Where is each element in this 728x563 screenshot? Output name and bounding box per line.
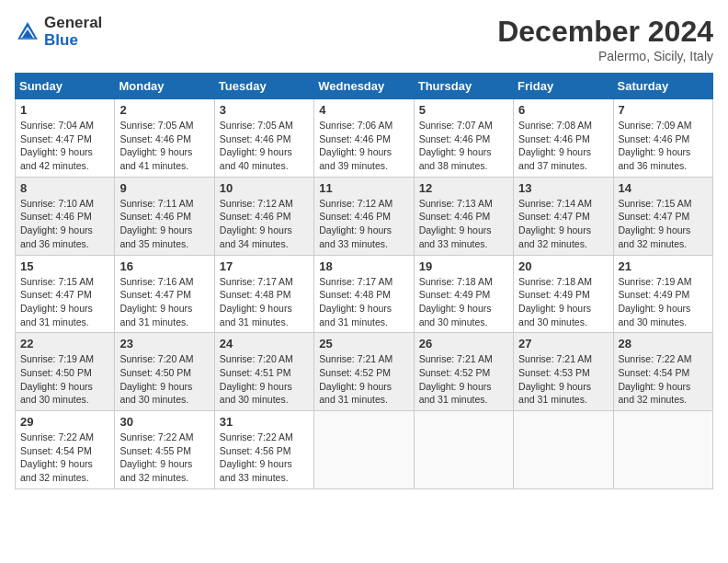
day-header-saturday: Saturday [613, 74, 712, 99]
calendar-cell: 4 Sunrise: 7:06 AMSunset: 4:46 PMDayligh… [314, 99, 414, 178]
day-detail: Sunrise: 7:09 AMSunset: 4:46 PMDaylight:… [619, 120, 692, 171]
day-detail: Sunrise: 7:18 AMSunset: 4:49 PMDaylight:… [419, 276, 493, 327]
day-detail: Sunrise: 7:11 AMSunset: 4:46 PMDaylight:… [119, 198, 193, 249]
calendar-cell: 1 Sunrise: 7:04 AMSunset: 4:47 PMDayligh… [16, 99, 115, 178]
day-detail: Sunrise: 7:19 AMSunset: 4:49 PMDaylight:… [619, 276, 692, 327]
day-number: 20 [518, 259, 608, 273]
day-detail: Sunrise: 7:18 AMSunset: 4:49 PMDaylight:… [518, 276, 592, 327]
day-detail: Sunrise: 7:13 AMSunset: 4:46 PMDaylight:… [419, 198, 493, 249]
day-detail: Sunrise: 7:22 AMSunset: 4:55 PMDaylight:… [119, 431, 193, 483]
calendar-cell: 31 Sunrise: 7:22 AMSunset: 4:56 PMDaylig… [214, 411, 313, 489]
day-detail: Sunrise: 7:15 AMSunset: 4:47 PMDaylight:… [20, 276, 94, 327]
calendar-cell [314, 411, 414, 489]
day-detail: Sunrise: 7:07 AMSunset: 4:46 PMDaylight:… [419, 120, 493, 171]
day-detail: Sunrise: 7:20 AMSunset: 4:51 PMDaylight:… [220, 353, 293, 405]
day-number: 18 [319, 259, 408, 273]
calendar-cell: 19 Sunrise: 7:18 AMSunset: 4:49 PMDaylig… [414, 255, 513, 333]
logo-icon [15, 19, 40, 45]
day-number: 28 [619, 337, 708, 350]
day-number: 25 [319, 337, 408, 350]
day-number: 9 [119, 181, 209, 195]
calendar-cell: 27 Sunrise: 7:21 AMSunset: 4:53 PMDaylig… [514, 333, 613, 411]
day-number: 5 [419, 103, 508, 117]
day-detail: Sunrise: 7:04 AMSunset: 4:47 PMDaylight:… [20, 120, 94, 171]
calendar-week-4: 22 Sunrise: 7:19 AMSunset: 4:50 PMDaylig… [16, 333, 713, 411]
day-number: 8 [20, 181, 109, 195]
day-header-sunday: Sunday [16, 74, 115, 99]
day-number: 13 [518, 181, 608, 195]
day-number: 27 [518, 337, 608, 350]
day-number: 29 [20, 415, 109, 429]
calendar-cell: 30 Sunrise: 7:22 AMSunset: 4:55 PMDaylig… [115, 411, 214, 489]
calendar-cell [613, 411, 712, 489]
day-number: 15 [20, 259, 109, 273]
calendar-cell: 18 Sunrise: 7:17 AMSunset: 4:48 PMDaylig… [314, 255, 414, 333]
logo-line1: General [44, 15, 102, 32]
day-detail: Sunrise: 7:12 AMSunset: 4:46 PMDaylight:… [319, 198, 392, 249]
calendar-cell: 6 Sunrise: 7:08 AMSunset: 4:46 PMDayligh… [514, 99, 613, 178]
day-header-friday: Friday [514, 74, 613, 99]
day-number: 26 [419, 337, 508, 350]
day-detail: Sunrise: 7:15 AMSunset: 4:47 PMDaylight:… [619, 198, 692, 249]
calendar-cell: 26 Sunrise: 7:21 AMSunset: 4:52 PMDaylig… [414, 333, 513, 411]
calendar-cell: 16 Sunrise: 7:16 AMSunset: 4:47 PMDaylig… [115, 255, 214, 333]
calendar-cell: 24 Sunrise: 7:20 AMSunset: 4:51 PMDaylig… [214, 333, 313, 411]
calendar-cell: 12 Sunrise: 7:13 AMSunset: 4:46 PMDaylig… [414, 177, 513, 255]
day-number: 30 [119, 415, 209, 429]
calendar-week-3: 15 Sunrise: 7:15 AMSunset: 4:47 PMDaylig… [16, 255, 713, 333]
day-detail: Sunrise: 7:08 AMSunset: 4:46 PMDaylight:… [518, 120, 592, 171]
calendar-cell: 13 Sunrise: 7:14 AMSunset: 4:47 PMDaylig… [514, 177, 613, 255]
day-detail: Sunrise: 7:20 AMSunset: 4:50 PMDaylight:… [119, 353, 193, 405]
calendar-cell: 11 Sunrise: 7:12 AMSunset: 4:46 PMDaylig… [314, 177, 414, 255]
day-header-thursday: Thursday [414, 74, 513, 99]
day-detail: Sunrise: 7:21 AMSunset: 4:52 PMDaylight:… [319, 353, 392, 405]
calendar-cell: 23 Sunrise: 7:20 AMSunset: 4:50 PMDaylig… [115, 333, 214, 411]
day-number: 1 [20, 103, 109, 117]
calendar-cell: 28 Sunrise: 7:22 AMSunset: 4:54 PMDaylig… [613, 333, 712, 411]
day-detail: Sunrise: 7:16 AMSunset: 4:47 PMDaylight:… [119, 276, 193, 327]
day-number: 3 [220, 103, 309, 117]
day-number: 14 [619, 181, 708, 195]
calendar-header-row: SundayMondayTuesdayWednesdayThursdayFrid… [16, 74, 713, 99]
calendar-cell: 21 Sunrise: 7:19 AMSunset: 4:49 PMDaylig… [613, 255, 712, 333]
day-number: 19 [419, 259, 508, 273]
location-subtitle: Palermo, Sicily, Italy [497, 49, 713, 63]
calendar-cell: 14 Sunrise: 7:15 AMSunset: 4:47 PMDaylig… [613, 177, 712, 255]
day-detail: Sunrise: 7:22 AMSunset: 4:56 PMDaylight:… [220, 431, 293, 483]
day-detail: Sunrise: 7:05 AMSunset: 4:46 PMDaylight:… [119, 120, 193, 171]
day-number: 10 [220, 181, 309, 195]
day-number: 7 [619, 103, 708, 117]
day-detail: Sunrise: 7:05 AMSunset: 4:46 PMDaylight:… [220, 120, 293, 171]
day-number: 17 [220, 259, 309, 273]
page-header: General Blue December 2024 Palermo, Sici… [15, 15, 713, 63]
calendar-cell: 8 Sunrise: 7:10 AMSunset: 4:46 PMDayligh… [16, 177, 115, 255]
calendar-cell: 7 Sunrise: 7:09 AMSunset: 4:46 PMDayligh… [613, 99, 712, 178]
calendar-cell: 10 Sunrise: 7:12 AMSunset: 4:46 PMDaylig… [214, 177, 313, 255]
day-detail: Sunrise: 7:19 AMSunset: 4:50 PMDaylight:… [20, 353, 94, 405]
day-detail: Sunrise: 7:22 AMSunset: 4:54 PMDaylight:… [619, 353, 692, 405]
day-header-tuesday: Tuesday [214, 74, 313, 99]
day-header-monday: Monday [115, 74, 214, 99]
day-detail: Sunrise: 7:17 AMSunset: 4:48 PMDaylight:… [319, 276, 392, 327]
day-number: 12 [419, 181, 508, 195]
day-number: 16 [119, 259, 209, 273]
calendar-cell: 25 Sunrise: 7:21 AMSunset: 4:52 PMDaylig… [314, 333, 414, 411]
day-number: 4 [319, 103, 408, 117]
title-block: December 2024 Palermo, Sicily, Italy [497, 15, 713, 63]
calendar-week-2: 8 Sunrise: 7:10 AMSunset: 4:46 PMDayligh… [16, 177, 713, 255]
day-number: 22 [20, 337, 109, 350]
calendar-cell [514, 411, 613, 489]
calendar-cell: 29 Sunrise: 7:22 AMSunset: 4:54 PMDaylig… [16, 411, 115, 489]
calendar-cell: 17 Sunrise: 7:17 AMSunset: 4:48 PMDaylig… [214, 255, 313, 333]
logo: General Blue [15, 15, 102, 49]
day-detail: Sunrise: 7:10 AMSunset: 4:46 PMDaylight:… [20, 198, 94, 249]
day-detail: Sunrise: 7:22 AMSunset: 4:54 PMDaylight:… [20, 431, 94, 483]
calendar-cell: 22 Sunrise: 7:19 AMSunset: 4:50 PMDaylig… [16, 333, 115, 411]
day-detail: Sunrise: 7:21 AMSunset: 4:52 PMDaylight:… [419, 353, 493, 405]
day-number: 11 [319, 181, 408, 195]
day-detail: Sunrise: 7:06 AMSunset: 4:46 PMDaylight:… [319, 120, 392, 171]
calendar-cell: 15 Sunrise: 7:15 AMSunset: 4:47 PMDaylig… [16, 255, 115, 333]
day-number: 23 [119, 337, 209, 350]
day-number: 6 [518, 103, 608, 117]
calendar-cell [414, 411, 513, 489]
